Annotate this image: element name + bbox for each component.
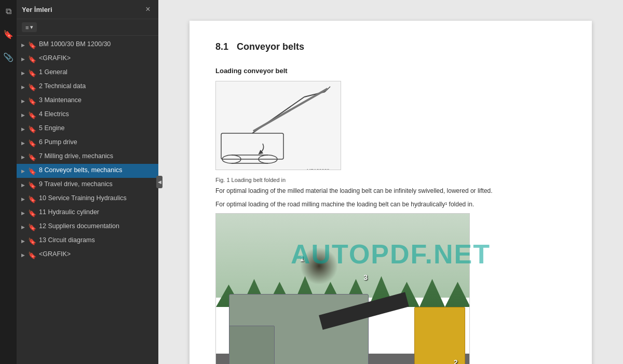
bookmark-label: 13 Circuit diagrams (39, 236, 154, 244)
chevron-right-icon: ▶ (19, 208, 27, 218)
bookmarks-list: ▶ 🔖 BM 1000/30 BM 1200/30 ▶ 🔖 <GRAFIK> ▶… (17, 36, 158, 364)
bookmark-item-icon: 🔖 (28, 138, 36, 148)
list-item[interactable]: ▶ 🔖 13 Circuit diagrams (17, 234, 158, 248)
icon-rail: ⧉ 🔖 📎 (0, 0, 17, 364)
bookmark-item-icon: 🔖 (28, 250, 36, 260)
photo-label-3: 3 (363, 273, 368, 282)
chevron-right-icon: ▶ (19, 250, 27, 260)
chevron-right-icon: ▶ (19, 236, 27, 246)
bookmark-label: 5 Engine (39, 124, 154, 132)
list-item[interactable]: ▶ 🔖 5 Engine (17, 122, 158, 136)
expand-all-button[interactable]: ≡ ▾ (22, 22, 37, 32)
photo-label-2: 2 (454, 358, 458, 364)
bookmark-item-icon: 🔖 (28, 222, 36, 232)
bookmark-label: 6 Pump drive (39, 138, 154, 146)
chevron-right-icon: ▶ (19, 152, 27, 162)
list-item[interactable]: ▶ 🔖 2 Technical data (17, 80, 158, 94)
bookmark-label: 7 Milling drive, mechanics (39, 152, 154, 160)
bookmark-item-icon: 🔖 (28, 110, 36, 120)
chevron-right-icon: ▶ (19, 54, 27, 64)
bookmark-item-icon: 🔖 (28, 208, 36, 218)
bookmark-label: 1 General (39, 68, 154, 76)
chevron-right-icon: ▶ (19, 124, 27, 134)
bookmark-label: <GRAFIK> (39, 250, 154, 258)
bookmark-item-icon: 🔖 (28, 40, 36, 50)
body-text-2: For optimal loading of the road milling … (215, 200, 566, 209)
paperclip-icon[interactable]: 📎 (1, 50, 16, 64)
list-item[interactable]: ▶ 🔖 6 Pump drive (17, 136, 158, 150)
chevron-right-icon: ▶ (19, 68, 27, 78)
expand-arrow: ▾ (30, 24, 33, 31)
bookmark-item-icon: 🔖 (28, 152, 36, 162)
list-item[interactable]: ▶ 🔖 <GRAFIK> (17, 248, 158, 262)
bookmark-label: 9 Travel drive, mechanics (39, 180, 154, 188)
bookmark-item-icon: 🔖 (28, 166, 36, 176)
panel-toolbar: ≡ ▾ (17, 19, 158, 36)
bookmarks-panel: Yer İmleri × ≡ ▾ ▶ 🔖 BM 1000/30 BM 1200/… (17, 0, 158, 364)
figure-1-svg: MP130028 (216, 81, 341, 170)
list-item[interactable]: ▶ 🔖 7 Milling drive, mechanics (17, 150, 158, 164)
chevron-right-icon: ▶ (19, 40, 27, 50)
panel-title: Yer İmleri (22, 6, 52, 13)
bookmark-label: BM 1000/30 BM 1200/30 (39, 40, 154, 48)
bookmark-rail-icon[interactable]: 🔖 (1, 27, 16, 41)
svg-line-8 (253, 89, 328, 131)
bookmark-item-icon: 🔖 (28, 180, 36, 190)
chevron-right-icon: ▶ (19, 166, 27, 176)
panel-header: Yer İmleri × (17, 0, 158, 19)
sidebar-collapse-handle[interactable]: ◀ (156, 176, 162, 188)
bookmark-label: 8 Conveyor belts, mechanics (39, 166, 154, 174)
body-text-1: For optimal loading of the milled materi… (215, 186, 566, 195)
bookmark-label: 10 Service Training Hydraulics (39, 194, 154, 202)
chevron-right-icon: ▶ (19, 194, 27, 204)
list-item[interactable]: ▶ 🔖 9 Travel drive, mechanics (17, 178, 158, 192)
bookmark-label: 12 Suppliers documentation (39, 222, 154, 230)
chevron-right-icon: ▶ (19, 96, 27, 106)
list-item[interactable]: ▶ 🔖 12 Suppliers documentation (17, 220, 158, 234)
bookmark-label: 2 Technical data (39, 82, 154, 90)
list-item-active[interactable]: ▶ 🔖 8 Conveyor belts, mechanics (17, 164, 158, 178)
list-item[interactable]: ▶ 🔖 10 Service Training Hydraulics (17, 192, 158, 206)
figure-1-caption: Fig. 1 Loading belt folded in (215, 177, 566, 183)
photo-label-1: 1 (300, 255, 304, 263)
chevron-right-icon: ▶ (19, 222, 27, 232)
chevron-right-icon: ▶ (19, 180, 27, 190)
bookmark-item-icon: 🔖 (28, 96, 36, 106)
svg-text:MP130028: MP130028 (307, 168, 330, 170)
section-title: Conveyor belts (237, 41, 304, 52)
section-number: 8.1 (215, 41, 228, 52)
main-content[interactable]: AUTOPDF.NET 8.1 Conveyor belts Loading c… (158, 0, 623, 364)
bookmark-item-icon: 🔖 (28, 54, 36, 64)
figure-1-container: MP130028 (215, 81, 341, 170)
bookmark-item-icon: 🔖 (28, 82, 36, 92)
list-item[interactable]: ▶ 🔖 3 Maintenance (17, 94, 158, 108)
page-document: AUTOPDF.NET 8.1 Conveyor belts Loading c… (189, 21, 592, 364)
bookmark-item-icon: 🔖 (28, 236, 36, 246)
bookmark-item-icon: 🔖 (28, 124, 36, 134)
chevron-right-icon: ▶ (19, 82, 27, 92)
bookmark-label: 4 Electrics (39, 110, 154, 118)
chevron-right-icon: ▶ (19, 110, 27, 120)
expand-icon: ≡ (25, 24, 29, 31)
bookmark-label: 3 Maintenance (39, 96, 154, 104)
list-item[interactable]: ▶ 🔖 BM 1000/30 BM 1200/30 (17, 38, 158, 52)
subsection-label: Loading conveyor belt (215, 67, 566, 75)
sidebar: ⧉ 🔖 📎 Yer İmleri × ≡ ▾ ▶ 🔖 BM 1000/30 BM… (0, 0, 158, 364)
copy-icon[interactable]: ⧉ (1, 4, 16, 19)
chevron-right-icon: ▶ (19, 138, 27, 148)
list-item[interactable]: ▶ 🔖 11 Hydraulic cylinder (17, 206, 158, 220)
list-item[interactable]: ▶ 🔖 1 General (17, 66, 158, 80)
bookmark-item-icon: 🔖 (28, 68, 36, 78)
bookmark-label: 11 Hydraulic cylinder (39, 208, 154, 216)
list-item[interactable]: ▶ 🔖 4 Electrics (17, 108, 158, 122)
figure-2-container: 1 3 2 MP210646 (215, 213, 470, 364)
list-item[interactable]: ▶ 🔖 <GRAFIK> (17, 52, 158, 66)
bookmark-item-icon: 🔖 (28, 194, 36, 204)
panel-close-button[interactable]: × (143, 4, 153, 15)
bookmark-label: <GRAFIK> (39, 54, 154, 62)
